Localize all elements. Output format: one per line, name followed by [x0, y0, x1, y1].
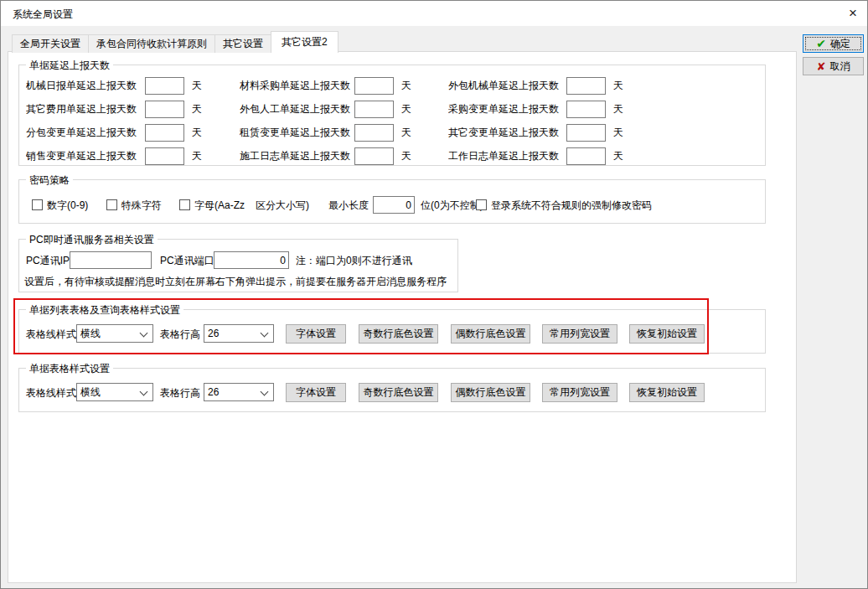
unit-label: 天	[401, 126, 411, 140]
line-style-select[interactable]: 横线	[76, 324, 153, 343]
delay-label: 其它费用单延迟上报天数	[26, 102, 145, 116]
unit-label: 天	[613, 126, 623, 140]
delay-label: 销售变更单延迟上报天数	[26, 149, 145, 163]
restore-defaults-button[interactable]: 恢复初始设置	[629, 324, 705, 344]
checkbox-letters-label[interactable]: 字母(Aa-Zz	[194, 199, 245, 213]
pc-port-label: PC通讯端口	[160, 254, 214, 268]
delay-input-1[interactable]	[354, 77, 394, 95]
tab-contract-receivable[interactable]: 承包合同待收款计算原则	[88, 34, 215, 53]
delay-days-group-title: 单据延迟上报天数	[26, 59, 113, 73]
checkbox-special-chars[interactable]	[106, 199, 117, 210]
delay-input-10[interactable]	[354, 147, 394, 165]
delay-label: 施工日志单延迟上报天数	[240, 149, 354, 163]
title-bar: 系统全局设置 ×	[1, 1, 867, 26]
unit-label: 天	[613, 149, 623, 163]
min-length-label: 最小长度	[328, 199, 369, 213]
delay-input-8[interactable]	[566, 124, 606, 142]
line-style-value: 横线	[80, 385, 101, 400]
unit-label: 天	[401, 102, 411, 116]
doc-table-style-group: 单据表格样式设置 表格线样式 横线 表格行高 26 字体设置 奇数行底色设置 偶…	[18, 368, 766, 412]
row-height-select[interactable]: 26	[204, 383, 274, 401]
row-height-label: 表格行高	[160, 328, 200, 342]
checkbox-force-password-change[interactable]	[476, 199, 487, 210]
check-icon: ✔	[816, 38, 826, 49]
line-style-select[interactable]: 横线	[76, 383, 153, 401]
unit-label: 天	[401, 79, 411, 93]
font-settings-button[interactable]: 字体设置	[286, 324, 346, 344]
list-table-style-group-title: 单据列表表格及查询表格样式设置	[26, 303, 183, 318]
delay-cell: 外包机械单延迟上报天数 天	[448, 77, 623, 95]
delay-input-11[interactable]	[566, 147, 606, 165]
delay-label: 外包人工单延迟上报天数	[240, 102, 354, 116]
odd-row-color-button[interactable]: 奇数行底色设置	[359, 324, 438, 344]
pc-port-input[interactable]	[214, 251, 289, 269]
delay-cell: 分包变更单延迟上报天数 天	[26, 124, 202, 142]
doc-table-style-group-title: 单据表格样式设置	[26, 362, 113, 376]
x-icon: ✘	[817, 61, 826, 72]
ok-button-label: 确定	[830, 37, 850, 51]
column-width-button[interactable]: 常用列宽设置	[542, 324, 617, 344]
pc-ip-input[interactable]	[70, 251, 152, 269]
column-width-button[interactable]: 常用列宽设置	[542, 383, 617, 402]
delay-input-6[interactable]	[145, 124, 184, 142]
tab-other-settings[interactable]: 其它设置	[214, 34, 271, 53]
unit-label: 天	[613, 102, 623, 116]
close-button[interactable]: ×	[840, 3, 865, 24]
min-length-suffix: 位(0为不控制)	[421, 199, 483, 213]
unit-label: 天	[192, 149, 202, 163]
delay-input-0[interactable]	[145, 77, 184, 95]
delay-input-5[interactable]	[566, 101, 606, 118]
delay-label: 其它变更单延迟上报天数	[448, 126, 566, 140]
delay-cell: 采购变更单延迟上报天数 天	[448, 101, 623, 118]
line-style-value: 横线	[80, 327, 101, 341]
min-length-input[interactable]	[373, 196, 415, 214]
delay-cell: 机械日报单延迟上报天数 天	[26, 77, 202, 95]
unit-label: 天	[192, 102, 202, 116]
delay-cell: 外包人工单延迟上报天数 天	[240, 101, 411, 118]
tab-bar: 全局开关设置 承包合同待收款计算原则 其它设置 其它设置2	[12, 31, 338, 53]
row-height-select[interactable]: 26	[204, 324, 274, 343]
delay-cell: 施工日志单延迟上报天数 天	[240, 147, 411, 165]
case-sensitive-note: 区分大小写)	[256, 199, 309, 213]
tab-global-switch[interactable]: 全局开关设置	[12, 34, 89, 53]
checkbox-special-chars-label[interactable]: 特殊字符	[121, 199, 162, 213]
pc-port-note: 注：端口为0则不进行通讯	[296, 254, 412, 268]
checkbox-digits[interactable]	[32, 199, 43, 210]
pc-messaging-group-title: PC即时通讯服务器相关设置	[26, 233, 158, 247]
row-height-label: 表格行高	[160, 386, 200, 400]
list-table-style-group: 单据列表表格及查询表格样式设置 表格线样式 横线 表格行高 26 字体设置 奇数…	[18, 309, 766, 354]
unit-label: 天	[401, 149, 411, 163]
checkbox-digits-label[interactable]: 数字(0-9)	[47, 199, 88, 213]
pc-tip-text: 设置后，有待审核或提醒消息时立刻在屏幕右下角弹出提示，前提要在服务器开启消息服务…	[24, 275, 447, 289]
even-row-color-button[interactable]: 偶数行底色设置	[451, 324, 530, 344]
cancel-button[interactable]: ✘ 取消	[803, 57, 864, 75]
font-settings-button[interactable]: 字体设置	[286, 383, 346, 402]
settings-dialog: 系统全局设置 × 全局开关设置 承包合同待收款计算原则 其它设置 其它设置2 ✔…	[0, 0, 868, 589]
even-row-color-button[interactable]: 偶数行底色设置	[451, 383, 530, 402]
delay-label: 材料采购单延迟上报天数	[240, 79, 354, 93]
delay-cell: 租赁变更单延迟上报天数 天	[240, 124, 411, 142]
delay-days-group: 单据延迟上报天数 机械日报单延迟上报天数 天 材料采购单延迟上报天数 天 外包机…	[18, 65, 766, 166]
tab-other-settings-2[interactable]: 其它设置2	[271, 31, 338, 53]
chevron-down-icon	[140, 388, 148, 396]
checkbox-force-password-change-label[interactable]: 登录系统不符合规则的强制修改密码	[491, 199, 652, 213]
close-icon: ×	[849, 5, 857, 22]
delay-input-3[interactable]	[145, 101, 184, 118]
delay-cell: 其它费用单延迟上报天数 天	[26, 101, 202, 118]
line-style-label: 表格线样式	[26, 386, 76, 400]
restore-defaults-button[interactable]: 恢复初始设置	[629, 383, 705, 402]
delay-input-4[interactable]	[354, 101, 394, 118]
checkbox-letters[interactable]	[179, 199, 190, 210]
delay-cell: 材料采购单延迟上报天数 天	[240, 77, 411, 95]
pc-messaging-group: PC即时通讯服务器相关设置 PC通讯IP PC通讯端口 注：端口为0则不进行通讯…	[18, 239, 458, 292]
delay-label: 外包机械单延迟上报天数	[448, 79, 566, 93]
odd-row-color-button[interactable]: 奇数行底色设置	[359, 383, 438, 402]
password-policy-group-title: 密码策略	[26, 173, 73, 188]
password-policy-group: 密码策略 数字(0-9) 特殊字符 字母(Aa-Zz 区分大小写) 最小长度 位…	[18, 179, 766, 224]
delay-input-7[interactable]	[354, 124, 394, 142]
delay-input-2[interactable]	[566, 77, 606, 95]
unit-label: 天	[192, 126, 202, 140]
delay-cell: 销售变更单延迟上报天数 天	[26, 147, 202, 165]
delay-input-9[interactable]	[145, 147, 184, 165]
ok-button[interactable]: ✔ 确定	[803, 34, 864, 53]
